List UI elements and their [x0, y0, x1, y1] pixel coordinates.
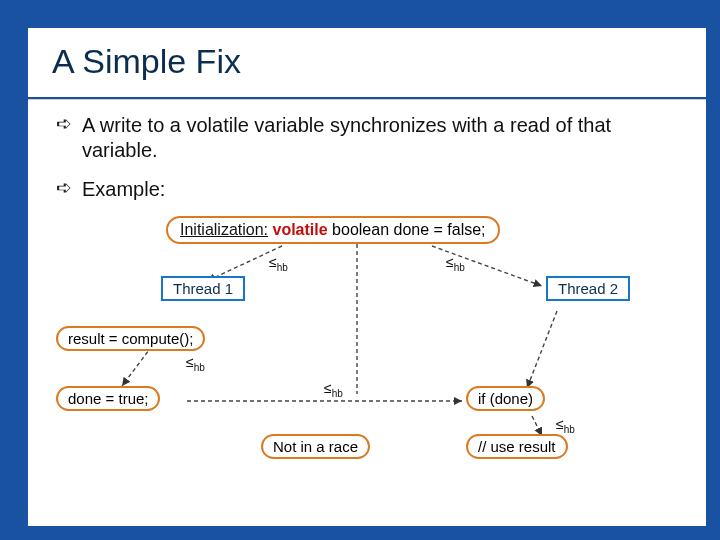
hb-label: ≤hb	[186, 354, 205, 373]
slide: A Simple Fix ➪ A write to a volatile var…	[0, 0, 720, 540]
if-done-chip: if (done)	[466, 386, 545, 411]
slide-body: ➪ A write to a volatile variable synchro…	[28, 103, 706, 476]
svg-line-6	[532, 416, 542, 436]
thread-1-badge: Thread 1	[161, 276, 245, 301]
bullet-item: ➪ Example:	[56, 177, 678, 202]
init-rest: boolean done = false;	[332, 221, 485, 238]
volatile-keyword: volatile	[273, 221, 328, 238]
svg-line-3	[122, 346, 152, 386]
thread-2-badge: Thread 2	[546, 276, 630, 301]
bullet-item: ➪ A write to a volatile variable synchro…	[56, 113, 678, 163]
svg-line-5	[527, 311, 557, 388]
hb-label: ≤hb	[269, 254, 288, 273]
bullet-text: A write to a volatile variable synchroni…	[82, 113, 678, 163]
hb-label: ≤hb	[446, 254, 465, 273]
hb-label: ≤hb	[556, 416, 575, 435]
bullet-text: Example:	[82, 177, 165, 202]
init-chip: Initialization: volatile boolean done = …	[166, 216, 500, 244]
divider	[28, 97, 706, 99]
diagram: Initialization: volatile boolean done = …	[56, 216, 678, 476]
slide-title: A Simple Fix	[28, 28, 706, 97]
arrow-icon: ➪	[56, 113, 72, 136]
not-in-race-chip: Not in a race	[261, 434, 370, 459]
use-result-chip: // use result	[466, 434, 568, 459]
arrow-icon: ➪	[56, 177, 72, 200]
init-label: Initialization:	[180, 221, 268, 238]
hb-label: ≤hb	[324, 380, 343, 399]
compute-chip: result = compute();	[56, 326, 205, 351]
done-true-chip: done = true;	[56, 386, 160, 411]
